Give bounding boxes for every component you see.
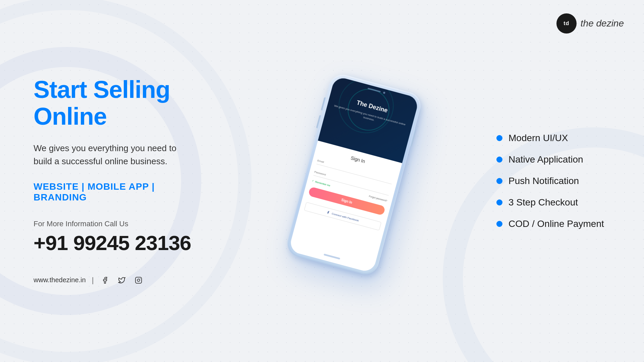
- feature-dot-push-notif: [496, 178, 502, 184]
- features-list: Modern UI/UX Native Application Push Not…: [496, 133, 617, 229]
- phone-remember-me: ✓ Remember me: [312, 179, 330, 187]
- instagram-icon[interactable]: [133, 275, 144, 286]
- brand-name: the dezine: [581, 18, 624, 29]
- feature-item-native-app: Native Application: [496, 154, 617, 165]
- feature-label-payment: COD / Online Payment: [508, 219, 604, 229]
- subtitle-line1: We gives you everything you need to: [34, 143, 176, 153]
- phone-screen: The Dezine We gives you everything you n…: [288, 76, 420, 273]
- phone-number: +91 99245 23136: [34, 231, 201, 255]
- phone-mockup: The Dezine We gives you everything you n…: [284, 72, 423, 277]
- services-line: WEBSITE | MOBILE APP | BRANDING: [34, 181, 201, 203]
- feature-label-native-app: Native Application: [508, 154, 583, 165]
- phone-button-volume-down: [316, 115, 321, 128]
- logo-icon: td: [556, 13, 577, 34]
- phone-button-power: [410, 128, 417, 146]
- footer-divider: |: [92, 276, 94, 285]
- logo-area: td the dezine: [556, 13, 624, 34]
- contact-label: For More Information Call Us: [34, 220, 201, 228]
- left-section: Start Selling Online We gives you everyt…: [0, 50, 228, 312]
- feature-label-checkout: 3 Step Checkout: [508, 197, 578, 208]
- feature-item-payment: COD / Online Payment: [496, 219, 617, 229]
- feature-label-modern-ui: Modern UI/UX: [508, 133, 568, 143]
- logo-initials: td: [564, 20, 569, 26]
- phone-forgot-password[interactable]: Forgot password?: [369, 195, 387, 202]
- footer-links: www.thedezine.in |: [34, 275, 201, 286]
- subtitle-line2: build a successful online business.: [34, 156, 167, 166]
- phone-signin-form: Sign In ✓ Remember me Forgot password?: [288, 140, 402, 273]
- feature-dot-payment: [496, 221, 502, 227]
- feature-item-push-notif: Push Notification: [496, 176, 617, 186]
- feature-item-modern-ui: Modern UI/UX: [496, 133, 617, 143]
- feature-dot-native-app: [496, 157, 502, 163]
- svg-rect-0: [136, 277, 142, 283]
- headline: Start Selling Online: [34, 76, 201, 129]
- feature-item-checkout: 3 Step Checkout: [496, 197, 617, 208]
- right-section: Modern UI/UX Native Application Push Not…: [476, 106, 644, 256]
- facebook-connect-label: Connect with Facebook: [331, 212, 359, 222]
- feature-dot-modern-ui: [496, 135, 502, 141]
- feature-dot-checkout: [496, 199, 502, 205]
- center-section: The Dezine We gives you everything you n…: [228, 0, 476, 362]
- phone-screen-container: The Dezine We gives you everything you n…: [288, 76, 420, 273]
- feature-label-push-notif: Push Notification: [508, 176, 579, 186]
- website-link[interactable]: www.thedezine.in: [34, 276, 86, 284]
- phone-button-volume-up: [321, 97, 326, 111]
- subtitle: We gives you everything you need to buil…: [34, 142, 201, 168]
- remember-me-label: Remember me: [315, 180, 331, 187]
- twitter-icon[interactable]: [116, 275, 127, 286]
- facebook-icon[interactable]: [100, 275, 110, 286]
- phone-outer-body: The Dezine We gives you everything you n…: [284, 72, 423, 277]
- main-container: Start Selling Online We gives you everyt…: [0, 0, 644, 362]
